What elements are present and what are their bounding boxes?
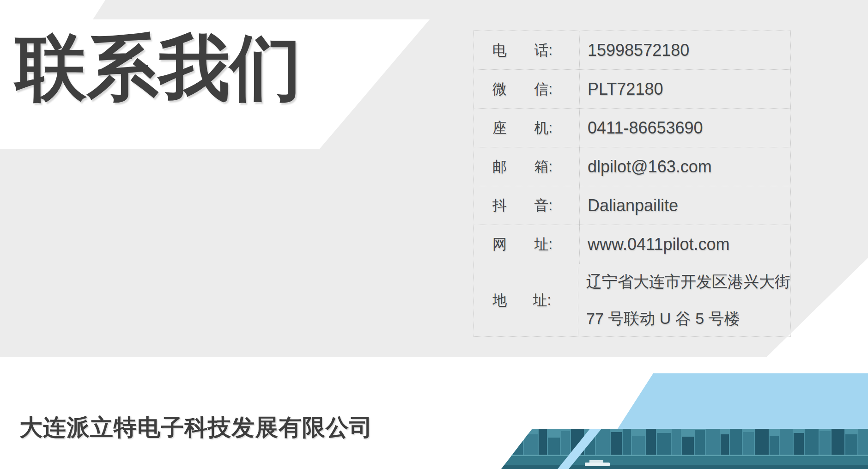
building <box>770 436 779 455</box>
contact-value: dlpilot@163.com <box>580 147 790 186</box>
building <box>805 429 819 455</box>
contact-table: 电话:15998572180微信:PLT72180座机:0411-8665369… <box>473 30 791 337</box>
contact-label: 邮箱: <box>474 147 580 186</box>
contact-value: 15998572180 <box>580 31 790 69</box>
label-char: 机: <box>534 118 552 138</box>
table-row: 微信:PLT72180 <box>474 70 790 109</box>
contact-label: 地 址: <box>474 264 578 336</box>
contact-label: 微信: <box>474 70 580 108</box>
building <box>524 434 538 455</box>
contact-slide: 联系我们 电话:15998572180微信:PLT72180座机:0411-86… <box>0 0 868 469</box>
building <box>780 429 793 455</box>
boat-icon <box>585 463 610 466</box>
company-name: 大连派立特电子科技发展有限公司 <box>19 412 373 443</box>
table-row: 电话:15998572180 <box>474 31 790 70</box>
building <box>548 438 560 455</box>
contact-value: Dalianpailite <box>580 186 790 225</box>
contact-label: 抖音: <box>474 186 580 225</box>
building <box>845 434 857 455</box>
waterline <box>499 455 868 456</box>
building <box>539 429 547 455</box>
contact-label: 网址: <box>474 225 580 264</box>
contact-value: PLT72180 <box>580 70 790 108</box>
label-char: 音: <box>534 196 552 215</box>
building <box>657 433 671 455</box>
top-left-white-sliver <box>0 0 105 19</box>
building <box>706 429 720 455</box>
building <box>695 430 705 455</box>
label-char: 信: <box>534 79 552 99</box>
building <box>730 429 742 455</box>
building <box>646 429 656 455</box>
label-char: 址: <box>534 235 552 254</box>
label-char: 话: <box>534 41 552 60</box>
address-line-1: 辽宁省大连市开发区港兴大街 <box>586 271 790 292</box>
building <box>672 429 681 455</box>
contact-value-address: 辽宁省大连市开发区港兴大街 77 号联动 U 谷 5 号楼 <box>578 264 790 336</box>
building <box>721 434 729 455</box>
cityscape-photo <box>499 429 868 469</box>
boat-cabin <box>589 460 603 463</box>
label-char: 箱: <box>534 157 552 177</box>
label-char: 座 <box>492 118 507 138</box>
label-char: 抖 <box>492 196 507 215</box>
table-row: 座机:0411-86653690 <box>474 109 790 147</box>
building <box>682 437 694 455</box>
label-char: 地 <box>492 291 507 310</box>
building <box>794 433 804 455</box>
building <box>755 429 769 455</box>
label-char: 址: <box>533 291 551 310</box>
contact-label: 座机: <box>474 109 580 147</box>
building <box>513 430 523 455</box>
label-char: 网 <box>492 235 507 254</box>
building <box>819 431 831 455</box>
table-row: 抖音:Dalianpailite <box>474 186 790 225</box>
contact-value: www.0411pilot.com <box>580 225 790 264</box>
contact-value: 0411-86653690 <box>580 109 790 147</box>
table-row: 网址:www.0411pilot.com <box>474 225 790 264</box>
label-char: 邮 <box>492 157 507 177</box>
label-char: 微 <box>492 79 507 99</box>
building <box>561 431 570 455</box>
building <box>858 429 868 455</box>
photo-water-dark-band <box>499 465 868 469</box>
page-title: 联系我们 <box>15 30 302 106</box>
building <box>623 429 631 455</box>
building <box>499 437 512 455</box>
table-row-address: 地 址: 辽宁省大连市开发区港兴大街 77 号联动 U 谷 5 号楼 <box>474 264 790 336</box>
building <box>832 429 844 455</box>
contact-table-rows: 电话:15998572180微信:PLT72180座机:0411-8665369… <box>474 31 790 264</box>
table-row: 邮箱:dlpilot@163.com <box>474 147 790 186</box>
building <box>611 432 622 455</box>
address-line-2: 77 号联动 U 谷 5 号楼 <box>586 308 740 329</box>
label-char: 电 <box>492 41 507 60</box>
contact-label: 电话: <box>474 31 580 69</box>
building <box>632 436 645 455</box>
building <box>743 432 754 455</box>
